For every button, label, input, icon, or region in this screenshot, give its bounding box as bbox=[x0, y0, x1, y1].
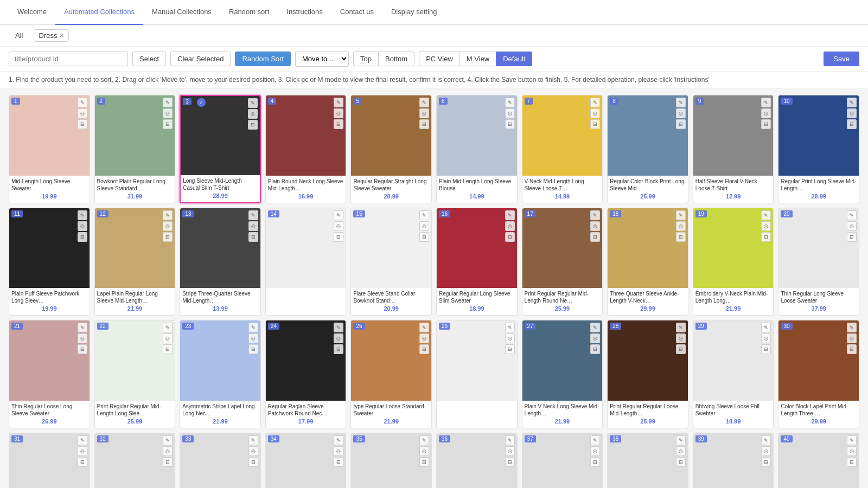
delete-icon[interactable]: ⊟ bbox=[78, 119, 87, 129]
delete-icon[interactable]: ⊟ bbox=[248, 457, 258, 467]
eye-icon[interactable]: ◎ bbox=[163, 221, 173, 231]
edit-icon[interactable]: ✎ bbox=[419, 210, 429, 220]
eye-icon[interactable]: ◎ bbox=[847, 446, 857, 456]
delete-icon[interactable]: ⊟ bbox=[505, 457, 515, 467]
eye-icon[interactable]: ◎ bbox=[847, 221, 857, 231]
eye-icon[interactable]: ◎ bbox=[676, 108, 686, 118]
eye-icon[interactable]: ◎ bbox=[847, 108, 857, 118]
edit-icon[interactable]: ✎ bbox=[505, 98, 515, 107]
eye-icon[interactable]: ◎ bbox=[761, 333, 771, 343]
pc-view-button[interactable]: PC View bbox=[419, 52, 459, 66]
edit-icon[interactable]: ✎ bbox=[505, 210, 515, 220]
delete-icon[interactable]: ⊟ bbox=[761, 457, 771, 467]
delete-icon[interactable]: ⊟ bbox=[590, 119, 600, 129]
product-card[interactable]: 7 ✎ ◎ ⊟ V-Neck Mid-Length Long Sleeve Lo… bbox=[522, 95, 603, 203]
edit-icon[interactable]: ✎ bbox=[78, 210, 87, 220]
eye-icon[interactable]: ◎ bbox=[334, 446, 343, 456]
delete-icon[interactable]: ⊟ bbox=[248, 120, 258, 130]
product-card[interactable]: 9 ✎ ◎ ⊟ Half Sleeve Floral V-Neck Loose … bbox=[693, 95, 774, 203]
product-card[interactable]: 21 ✎ ◎ ⊟ Thin Regular Loose Long Sleeve … bbox=[9, 320, 90, 428]
edit-icon[interactable]: ✎ bbox=[847, 323, 857, 332]
product-card[interactable]: 3 ✓ ✎ ◎ ⊟ Long Sleeve Mid-Length Casual … bbox=[180, 95, 261, 203]
delete-icon[interactable]: ⊟ bbox=[505, 232, 515, 242]
delete-icon[interactable]: ⊟ bbox=[419, 457, 429, 467]
nav-contact[interactable]: Contact us bbox=[331, 0, 382, 25]
product-card[interactable]: 23 ✎ ◎ ⊟ Asymmetric Stripe Lapel Long Lo… bbox=[180, 320, 261, 428]
top-button[interactable]: Top bbox=[353, 52, 378, 66]
edit-icon[interactable]: ✎ bbox=[78, 323, 87, 332]
clear-selected-button[interactable]: Clear Selected bbox=[170, 52, 231, 66]
delete-icon[interactable]: ⊟ bbox=[590, 457, 600, 467]
tag-all[interactable]: All bbox=[9, 29, 29, 42]
edit-icon[interactable]: ✎ bbox=[590, 210, 600, 220]
eye-icon[interactable]: ◎ bbox=[676, 333, 686, 343]
delete-icon[interactable]: ⊟ bbox=[419, 232, 429, 242]
eye-icon[interactable]: ◎ bbox=[505, 221, 515, 231]
delete-icon[interactable]: ⊟ bbox=[78, 457, 87, 467]
delete-icon[interactable]: ⊟ bbox=[676, 457, 686, 467]
edit-icon[interactable]: ✎ bbox=[676, 323, 686, 332]
product-card[interactable]: 36 ✎ ◎ ⊟ bbox=[436, 433, 518, 488]
search-input[interactable] bbox=[9, 52, 128, 66]
edit-icon[interactable]: ✎ bbox=[676, 435, 686, 445]
product-card[interactable]: 19 ✎ ◎ ⊟ Embroidery V-Neck Plain Mid-Len… bbox=[693, 208, 774, 316]
product-card[interactable]: 16 ✎ ◎ ⊟ Regular Regular Long Sleeve Sli… bbox=[436, 208, 518, 316]
eye-icon[interactable]: ◎ bbox=[78, 446, 87, 456]
eye-icon[interactable]: ◎ bbox=[334, 333, 343, 343]
product-card[interactable]: 20 ✎ ◎ ⊟ Thin Regular Long Sleeve Loose … bbox=[778, 208, 859, 316]
edit-icon[interactable]: ✎ bbox=[505, 435, 515, 445]
m-view-button[interactable]: M View bbox=[459, 52, 496, 66]
edit-icon[interactable]: ✎ bbox=[419, 98, 429, 107]
edit-icon[interactable]: ✎ bbox=[163, 210, 173, 220]
edit-icon[interactable]: ✎ bbox=[334, 323, 343, 332]
product-card[interactable]: 24 ✎ ◎ ⊟ Regular Raglan Sleeve Patchwork… bbox=[265, 320, 347, 428]
product-card[interactable]: 31 ✎ ◎ ⊟ bbox=[9, 433, 90, 488]
delete-icon[interactable]: ⊟ bbox=[676, 344, 686, 354]
nav-welcome[interactable]: Welcome bbox=[9, 0, 55, 25]
eye-icon[interactable]: ◎ bbox=[78, 221, 87, 231]
product-card[interactable]: 2 ✎ ◎ ⊟ Bowknot Plain Regular Long Sleev… bbox=[94, 95, 176, 203]
eye-icon[interactable]: ◎ bbox=[847, 333, 857, 343]
product-card[interactable]: 35 ✎ ◎ ⊟ bbox=[350, 433, 432, 488]
eye-icon[interactable]: ◎ bbox=[590, 108, 600, 118]
edit-icon[interactable]: ✎ bbox=[761, 435, 771, 445]
eye-icon[interactable]: ◎ bbox=[761, 221, 771, 231]
eye-icon[interactable]: ◎ bbox=[163, 446, 173, 456]
delete-icon[interactable]: ⊟ bbox=[590, 344, 600, 354]
eye-icon[interactable]: ◎ bbox=[761, 446, 771, 456]
delete-icon[interactable]: ⊟ bbox=[847, 457, 857, 467]
delete-icon[interactable]: ⊟ bbox=[78, 232, 87, 242]
edit-icon[interactable]: ✎ bbox=[590, 323, 600, 332]
edit-icon[interactable]: ✎ bbox=[419, 323, 429, 332]
product-card[interactable]: 18 ✎ ◎ ⊟ Three-Quarter Sleeve Ankle-Leng… bbox=[607, 208, 688, 316]
product-card[interactable]: 37 ✎ ◎ ⊟ bbox=[522, 433, 603, 488]
delete-icon[interactable]: ⊟ bbox=[248, 232, 258, 242]
eye-icon[interactable]: ◎ bbox=[590, 446, 600, 456]
delete-icon[interactable]: ⊟ bbox=[761, 232, 771, 242]
eye-icon[interactable]: ◎ bbox=[761, 108, 771, 118]
edit-icon[interactable]: ✎ bbox=[676, 210, 686, 220]
product-card[interactable]: 34 ✎ ◎ ⊟ bbox=[265, 433, 347, 488]
product-card[interactable]: 22 ✎ ◎ ⊟ Print Regular Regular Mid-Lengt… bbox=[94, 320, 176, 428]
eye-icon[interactable]: ◎ bbox=[590, 333, 600, 343]
edit-icon[interactable]: ✎ bbox=[847, 435, 857, 445]
delete-icon[interactable]: ⊟ bbox=[761, 344, 771, 354]
edit-icon[interactable]: ✎ bbox=[163, 323, 173, 332]
delete-icon[interactable]: ⊟ bbox=[419, 119, 429, 129]
product-card[interactable]: 40 ✎ ◎ ⊟ bbox=[778, 433, 859, 488]
edit-icon[interactable]: ✎ bbox=[334, 435, 343, 445]
delete-icon[interactable]: ⊟ bbox=[847, 119, 857, 129]
eye-icon[interactable]: ◎ bbox=[590, 221, 600, 231]
product-card[interactable]: 28 ✎ ◎ ⊟ Print Regular Regular Loose Mid… bbox=[607, 320, 688, 428]
eye-icon[interactable]: ◎ bbox=[505, 446, 515, 456]
default-view-button[interactable]: Default bbox=[496, 52, 532, 66]
save-button[interactable]: Save bbox=[824, 52, 859, 66]
delete-icon[interactable]: ⊟ bbox=[761, 119, 771, 129]
edit-icon[interactable]: ✎ bbox=[248, 435, 258, 445]
eye-icon[interactable]: ◎ bbox=[78, 333, 87, 343]
eye-icon[interactable]: ◎ bbox=[163, 333, 173, 343]
eye-icon[interactable]: ◎ bbox=[676, 446, 686, 456]
product-card[interactable]: 4 ✎ ◎ ⊟ Plain Round Neck Long Sleeve Mid… bbox=[265, 95, 347, 203]
edit-icon[interactable]: ✎ bbox=[248, 210, 258, 220]
delete-icon[interactable]: ⊟ bbox=[847, 344, 857, 354]
